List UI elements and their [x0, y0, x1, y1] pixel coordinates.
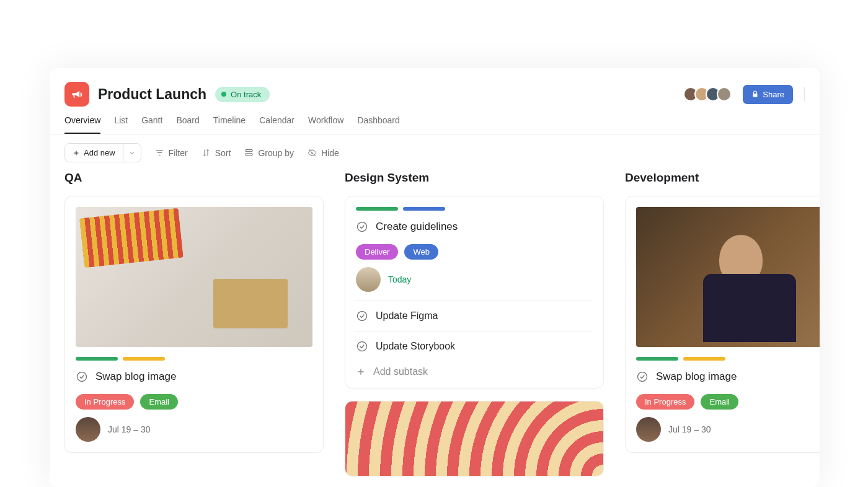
hide-button[interactable]: Hide [308, 148, 339, 158]
task-card[interactable]: Create guidelines Deliver Web Today Upda… [345, 196, 604, 388]
subtask-title: Update Storybook [376, 341, 455, 352]
column-design-system: Design System Create guidelines Deliver … [345, 171, 604, 487]
subtask-row[interactable]: Update Storybook [356, 331, 593, 361]
svg-point-4 [358, 312, 367, 321]
filter-button[interactable]: Filter [155, 148, 188, 158]
chip [636, 357, 678, 361]
tab-gantt[interactable]: Gantt [141, 115, 162, 134]
status-label: On track [231, 90, 261, 99]
card-cover-image [76, 207, 312, 347]
svg-rect-1 [246, 154, 252, 156]
column-qa: QA Swap blog image In Progress Email [64, 171, 324, 487]
tag-in-progress[interactable]: In Progress [636, 394, 694, 410]
divider [804, 87, 805, 102]
complete-check-icon[interactable] [356, 340, 368, 353]
complete-check-icon[interactable] [356, 310, 368, 322]
svg-point-6 [638, 372, 647, 382]
assignee-avatar[interactable] [356, 267, 381, 292]
tab-dashboard[interactable]: Dashboard [357, 115, 400, 134]
lock-icon [751, 90, 759, 98]
task-card[interactable]: Swap blog image In Progress Email Jul 19… [625, 196, 820, 453]
add-new-label: Add new [84, 148, 115, 157]
sort-label: Sort [215, 148, 231, 158]
tab-board[interactable]: Board [176, 115, 199, 134]
column-development: Development Swap blog image In Progress … [625, 171, 820, 487]
status-pill[interactable]: On track [215, 87, 270, 102]
tag-email[interactable]: Email [140, 394, 178, 410]
tab-timeline[interactable]: Timeline [213, 115, 246, 134]
svg-point-3 [358, 222, 367, 232]
sort-icon [202, 148, 211, 157]
plus-icon [356, 367, 366, 377]
project-icon [64, 82, 89, 107]
column-title: QA [64, 171, 324, 185]
project-tabs: Overview List Gantt Board Timeline Calen… [50, 107, 820, 134]
tab-overview[interactable]: Overview [64, 115, 100, 134]
svg-point-2 [78, 372, 87, 382]
board: QA Swap blog image In Progress Email [50, 171, 820, 487]
add-new-split-button: Add new [64, 143, 141, 162]
column-title: Design System [345, 171, 604, 185]
sort-button[interactable]: Sort [202, 148, 231, 158]
task-title: Swap blog image [656, 371, 737, 383]
tag-web[interactable]: Web [404, 244, 438, 260]
chip [683, 357, 725, 361]
add-subtask-button[interactable]: Add subtask [356, 361, 593, 377]
task-title: Swap blog image [95, 371, 176, 383]
card-cover-image [636, 207, 820, 347]
plus-icon [73, 149, 80, 157]
tag-in-progress[interactable]: In Progress [76, 394, 134, 410]
hide-icon [308, 148, 317, 157]
subtask-title: Update Figma [376, 310, 438, 322]
complete-check-icon[interactable] [356, 221, 368, 233]
hide-label: Hide [321, 148, 339, 158]
due-date: Today [388, 274, 411, 284]
project-header: Product Launch On track Share [50, 68, 820, 107]
card-chips [636, 357, 820, 361]
filter-icon [155, 148, 164, 157]
add-new-button[interactable]: Add new [65, 144, 123, 162]
member-avatars[interactable] [683, 87, 732, 102]
task-card[interactable] [345, 401, 604, 476]
assignee-avatar[interactable] [76, 417, 100, 442]
group-label: Group by [258, 148, 294, 158]
filter-label: Filter [169, 148, 188, 158]
tab-list[interactable]: List [114, 115, 128, 134]
card-cover-image [345, 401, 603, 476]
tab-workflow[interactable]: Workflow [308, 115, 343, 134]
tag-deliver[interactable]: Deliver [356, 244, 398, 260]
svg-point-5 [358, 342, 367, 351]
chip [123, 357, 165, 361]
card-chips [76, 357, 312, 361]
group-by-button[interactable]: Group by [244, 148, 294, 158]
status-dot-icon [221, 92, 226, 97]
avatar [717, 87, 732, 102]
complete-check-icon[interactable] [76, 371, 88, 383]
chip [76, 357, 118, 361]
share-button[interactable]: Share [743, 85, 793, 104]
chip [356, 207, 398, 211]
column-title: Development [625, 171, 820, 185]
assignee-avatar[interactable] [636, 417, 661, 442]
subtask-row[interactable]: Update Figma [356, 301, 593, 331]
svg-rect-0 [246, 150, 252, 152]
tag-email[interactable]: Email [701, 394, 738, 410]
add-subtask-label: Add subtask [373, 366, 428, 377]
add-new-dropdown[interactable] [123, 144, 141, 162]
chip [403, 207, 445, 211]
complete-check-icon[interactable] [636, 371, 649, 383]
card-chips [356, 207, 593, 211]
view-toolbar: Add new Filter Sort Group by Hide [50, 134, 820, 171]
task-title: Create guidelines [376, 221, 458, 233]
megaphone-icon [71, 88, 83, 100]
tab-calendar[interactable]: Calendar [259, 115, 294, 134]
task-card[interactable]: Swap blog image In Progress Email Jul 19… [64, 196, 324, 453]
share-label: Share [763, 90, 784, 99]
group-icon [244, 148, 254, 157]
project-title: Product Launch [98, 86, 206, 103]
due-date: Jul 19 – 30 [108, 424, 151, 434]
chevron-down-icon [128, 149, 136, 157]
due-date: Jul 19 – 30 [668, 424, 711, 434]
